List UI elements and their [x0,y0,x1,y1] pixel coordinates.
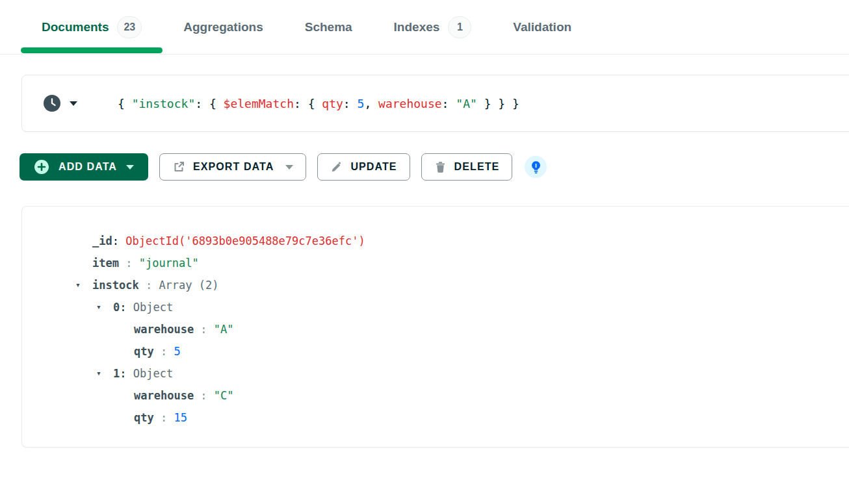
document-field-row[interactable]: _id: ObjectId('6893b0e905488e79c7e36efc'… [22,230,849,252]
export-icon [172,160,185,173]
trash-icon [434,161,447,173]
field-code: warehouse : "C" [134,384,234,407]
code-token: "A" [456,97,477,110]
code-token: : [154,411,174,424]
document-field-row[interactable]: item : "journal" [22,252,849,274]
code-token: : [120,301,133,314]
query-filter-input[interactable]: { "instock": { $elemMatch: { qty: 5, war… [118,97,519,110]
action-bar: ADD DATA EXPORT DATA UPDATE DELETE [20,153,849,181]
lightbulb-icon [529,160,543,174]
collapse-caret-icon[interactable]: ▾ [75,274,92,296]
code-token: 0 [113,301,120,314]
collapse-caret-icon[interactable]: ▾ [96,362,113,384]
code-token: warehouse [134,323,194,336]
document-field-row[interactable]: ▾ 0: Object [22,296,849,318]
plus-circle-icon [34,159,49,175]
query-bar[interactable]: { "instock": { $elemMatch: { qty: 5, war… [21,75,849,132]
tab-label: Schema [305,20,352,34]
document-field-row[interactable]: ▾ instock : Array (2) [22,274,849,296]
document-field-row[interactable]: ▾ 1: Object [22,362,849,384]
code-token: } } } [477,97,519,110]
add-data-button[interactable]: ADD DATA [20,153,148,181]
code-token: : { [294,97,322,110]
chevron-down-icon [285,165,293,170]
tab-bar: Documents 23 Aggregations Schema Indexes… [0,0,849,55]
chevron-down-icon [70,101,77,106]
tab-label: Documents [42,20,109,34]
delete-label: DELETE [454,161,500,173]
code-token: instock [92,279,139,292]
code-token: qty [134,345,154,358]
code-token: "instock" [132,97,196,110]
code-token: : [139,279,159,292]
code-token: $elemMatch [224,97,294,110]
code-token: , [364,97,378,110]
tab-indexes[interactable]: Indexes 1 [373,0,493,54]
export-data-button[interactable]: EXPORT DATA [159,153,306,181]
document-field-row[interactable]: qty : 5 [22,340,849,362]
field-code: instock : Array (2) [92,274,219,296]
code-token: : { [195,97,223,110]
code-token: : [194,323,214,336]
code-token: Array (2) [159,279,218,292]
tab-label: Indexes [394,20,440,34]
code-token: _id [92,234,112,247]
delete-button[interactable]: DELETE [421,153,513,181]
field-code: 0: Object [113,296,173,318]
code-token: : [154,345,174,358]
clock-icon [43,94,61,112]
field-code: warehouse : "A" [134,318,234,340]
document-field-row[interactable]: warehouse : "C" [22,384,849,407]
update-label: UPDATE [350,161,397,173]
code-token: "C" [214,389,234,402]
export-data-label: EXPORT DATA [193,161,274,173]
tab-documents[interactable]: Documents 23 [21,0,163,54]
code-token: : [194,389,214,402]
collapse-caret-icon[interactable]: ▾ [96,296,113,318]
update-button[interactable]: UPDATE [317,153,410,181]
pencil-icon [330,161,343,173]
tab-label: Validation [513,20,571,34]
indexes-count-badge: 1 [448,16,471,38]
field-code: qty : 5 [134,340,181,362]
code-token: : [442,97,456,110]
code-token: : [119,257,139,270]
field-code: qty : 15 [134,407,187,429]
code-token: qty [322,97,343,110]
code-token: "journal" [139,257,199,270]
code-token: warehouse [378,97,442,110]
code-token: "A" [214,323,234,336]
code-token: Object [133,367,173,380]
code-token: ObjectId('6893b0e905488e79c7e36efc') [125,234,365,247]
code-token: item [92,257,119,270]
code-token: : [343,97,358,110]
code-token: Object [133,301,173,314]
ai-assist-button[interactable] [525,156,547,178]
code-token: 5 [358,97,365,110]
document-card: _id: ObjectId('6893b0e905488e79c7e36efc'… [21,206,849,447]
add-data-label: ADD DATA [59,161,117,173]
tab-aggregations[interactable]: Aggregations [163,0,283,54]
code-token: 15 [174,411,187,424]
field-code: item : "journal" [92,252,199,274]
code-token: 5 [174,345,180,358]
tab-schema[interactable]: Schema [284,0,373,54]
document-field-row[interactable]: warehouse : "A" [22,318,849,340]
field-code: 1: Object [113,362,173,384]
code-token: 1 [113,367,120,380]
query-history-button[interactable] [43,94,77,112]
field-code: _id: ObjectId('6893b0e905488e79c7e36efc'… [92,230,365,252]
code-token: : [120,367,133,380]
documents-count-badge: 23 [117,16,142,38]
active-tab-underline [21,47,163,53]
code-token: { [118,97,132,110]
tab-validation[interactable]: Validation [492,0,592,54]
chevron-down-icon [126,165,134,170]
code-token: : [112,234,125,247]
code-token: warehouse [134,389,194,402]
tab-label: Aggregations [183,20,263,34]
document-field-row[interactable]: qty : 15 [22,407,849,429]
code-token: qty [134,411,154,424]
